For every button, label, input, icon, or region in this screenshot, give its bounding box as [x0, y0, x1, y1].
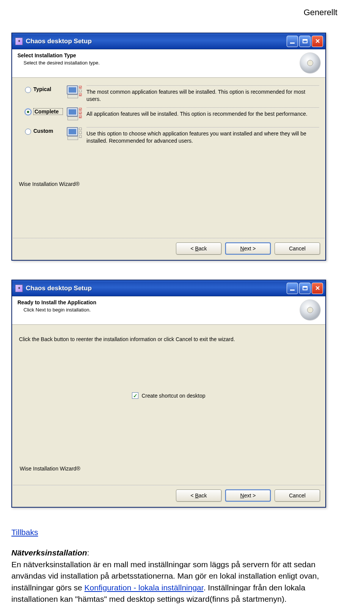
- cd-icon: [300, 52, 321, 74]
- option-label-typical: Typical: [33, 86, 63, 92]
- wizard-subheading: Select the desired installation type.: [17, 60, 297, 66]
- installer-icon: ✦: [15, 38, 23, 45]
- wizard-subheading: Click Next to begin installation.: [17, 307, 297, 313]
- wizard-heading: Select Installation Type: [17, 52, 297, 58]
- wizard-header: Ready to Install the Application Click N…: [12, 296, 325, 325]
- complete-install-icon: ☑☑☑: [67, 107, 84, 123]
- option-label-complete: Complete: [33, 108, 63, 115]
- radio-complete[interactable]: [25, 109, 31, 115]
- back-button[interactable]: < Back: [176, 489, 221, 502]
- document-body: Tillbaks Nätverksinstallation: En nätver…: [11, 527, 341, 605]
- custom-install-icon: ☐☐☐: [67, 127, 84, 142]
- typical-install-icon: ☑☐☑: [67, 85, 84, 101]
- window-title: Chaos desktop Setup: [26, 38, 287, 45]
- cancel-button[interactable]: Cancel: [275, 242, 320, 255]
- close-button[interactable]: ✕: [312, 36, 323, 47]
- shortcut-label: Create shortcut on desktop: [141, 393, 205, 399]
- wizard-brand: Wise Installation Wizard®: [19, 463, 318, 472]
- maximize-button[interactable]: [299, 283, 311, 294]
- next-button[interactable]: Next >: [225, 489, 271, 502]
- radio-typical[interactable]: [25, 87, 31, 93]
- close-button[interactable]: ✕: [312, 283, 323, 294]
- maximize-button[interactable]: [299, 36, 311, 47]
- option-desc-typical: The most common application features wil…: [86, 88, 319, 103]
- cancel-button[interactable]: Cancel: [275, 489, 320, 502]
- installer-icon: ✦: [15, 285, 23, 292]
- cd-icon: [300, 299, 321, 321]
- shortcut-row[interactable]: ✓ Create shortcut on desktop: [19, 392, 318, 399]
- natverk-paragraph: En nätverksinstallation är en mall med i…: [11, 559, 341, 605]
- titlebar[interactable]: ✦ Chaos desktop Setup ✕: [12, 33, 325, 49]
- minimize-button[interactable]: [287, 283, 298, 294]
- option-complete[interactable]: Complete ☑☑☑ All application features wi…: [25, 107, 319, 123]
- konfiguration-link[interactable]: Konfiguration - lokala inställningar: [85, 583, 204, 592]
- back-button[interactable]: < Back: [176, 242, 221, 255]
- minimize-button[interactable]: [287, 36, 298, 47]
- installer-window-ready: ✦ Chaos desktop Setup ✕ Ready to Install…: [11, 280, 326, 508]
- option-typical[interactable]: Typical ☑☐☑ The most common application …: [25, 85, 319, 103]
- shortcut-checkbox[interactable]: ✓: [132, 392, 138, 399]
- wizard-heading: Ready to Install the Application: [17, 299, 297, 305]
- tillbaks-link[interactable]: Tillbaks: [11, 528, 38, 536]
- radio-custom[interactable]: [25, 129, 31, 135]
- installer-window-type: ✦ Chaos desktop Setup ✕ Select Installat…: [11, 33, 326, 261]
- natverk-heading: Nätverksinstallation: [11, 548, 87, 557]
- next-button[interactable]: Next >: [225, 242, 271, 255]
- option-label-custom: Custom: [33, 128, 63, 134]
- window-title: Chaos desktop Setup: [26, 285, 287, 292]
- option-custom[interactable]: Custom ☐☐☐ Use this option to choose whi…: [25, 126, 319, 145]
- page-header: Generellt: [11, 8, 341, 17]
- wizard-header: Select Installation Type Select the desi…: [12, 49, 325, 78]
- ready-note: Click the Back button to reenter the ins…: [19, 335, 284, 343]
- titlebar[interactable]: ✦ Chaos desktop Setup ✕: [12, 280, 325, 296]
- option-desc-complete: All application features will be install…: [86, 110, 319, 118]
- wizard-brand: Wise Installation Wizard®: [18, 179, 319, 187]
- option-desc-custom: Use this option to choose which applicat…: [86, 130, 319, 145]
